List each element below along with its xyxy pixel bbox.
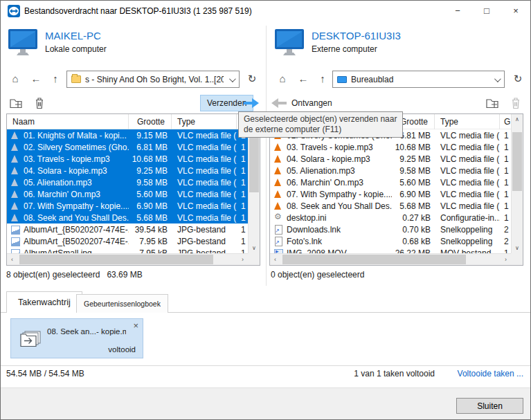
- file-row[interactable]: Downloads.lnk 0.70 kB Snelkoppeling 2: [270, 223, 511, 235]
- panel-divider: [266, 26, 267, 286]
- file-row[interactable]: 04. Solara - kopie.mp3 9.25 MB VLC media…: [270, 153, 511, 165]
- refresh-icon[interactable]: ↻: [510, 71, 525, 87]
- remote-computer-name: DESKTOP-61IU3I3: [312, 30, 401, 42]
- file-type: VLC media file (...: [172, 178, 237, 188]
- file-modified: 1: [237, 213, 248, 223]
- column-header-name[interactable]: Naam: [7, 114, 129, 129]
- file-type: VLC media file (...: [172, 131, 237, 140]
- column-header-type[interactable]: Type: [172, 114, 237, 129]
- file-size: 7.95 kB: [129, 237, 172, 246]
- file-modified: 2: [500, 225, 511, 235]
- vlc-file-icon: [10, 166, 21, 175]
- file-modified: 1: [500, 178, 511, 188]
- file-row[interactable]: Foto's.lnk 0.68 kB Snelkoppeling 2: [270, 235, 511, 247]
- close-window-button[interactable]: ×: [501, 1, 530, 21]
- file-size: 0.68 kB: [392, 237, 435, 246]
- file-type: VLC media file (...: [172, 166, 237, 176]
- local-computer-role: Lokale computer: [45, 44, 107, 54]
- file-row[interactable]: 04. Solara - kopie.mp3 9.25 MB VLC media…: [7, 165, 248, 176]
- jpg-file-icon: [10, 237, 21, 246]
- scroll-right-icon[interactable]: ›: [501, 254, 511, 265]
- scrollbar-thumb[interactable]: [19, 255, 213, 264]
- file-row[interactable]: 03. Travels - kopie.mp3 10.68 MB VLC med…: [7, 153, 248, 165]
- delete-icon[interactable]: [507, 95, 524, 111]
- chevron-down-icon: [494, 75, 501, 82]
- scrollbar-thumb[interactable]: [282, 255, 466, 264]
- file-type: VLC media file (...: [435, 154, 500, 164]
- file-row[interactable]: desktop.ini 0.27 kB Configuratie-in... 1: [270, 212, 511, 223]
- scroll-right-icon[interactable]: ›: [237, 254, 248, 265]
- scroll-left-icon[interactable]: ‹: [7, 254, 17, 265]
- tab-event-log[interactable]: Gebeurtenissenlogboek: [76, 294, 168, 313]
- file-row[interactable]: 02. Silvery Sometimes (Gho... 6.81 MB VL…: [7, 141, 248, 153]
- minimize-button[interactable]: −: [443, 1, 472, 21]
- home-icon[interactable]: ⌂: [275, 71, 290, 87]
- scroll-down-icon[interactable]: ∨: [249, 243, 260, 253]
- column-header-type[interactable]: Type: [435, 114, 500, 129]
- file-modified: 1: [500, 190, 511, 199]
- scroll-up-icon[interactable]: ∧: [512, 114, 523, 125]
- receive-button[interactable]: Ontvangen: [291, 95, 332, 111]
- maximize-button[interactable]: □: [472, 1, 501, 21]
- ini-file-icon: [273, 213, 284, 222]
- close-button[interactable]: Sluiten: [456, 398, 523, 414]
- file-type: VLC media file (...: [172, 201, 237, 211]
- horizontal-scrollbar[interactable]: ‹ ›: [7, 253, 248, 265]
- new-folder-icon[interactable]: [485, 95, 502, 111]
- file-row[interactable]: 01. Knights of Malta - kopi... 9.15 MB V…: [7, 129, 248, 141]
- local-path-dropdown[interactable]: s - Shiny And Oh So Bright, Vol. 1..[201…: [66, 71, 240, 88]
- file-row[interactable]: AlbumArtSmall.jpg 7.95 kB JPG-bestand 1: [7, 247, 248, 253]
- jpg-file-icon: [10, 248, 21, 253]
- file-row[interactable]: 06. Marchin' On.mp3 5.60 MB VLC media fi…: [270, 176, 511, 188]
- back-icon[interactable]: ←: [28, 71, 44, 87]
- file-row[interactable]: 08. Seek and You Shall Des... 5.68 MB VL…: [270, 200, 511, 212]
- vertical-scrollbar[interactable]: ∧ ∨: [511, 114, 523, 253]
- refresh-icon[interactable]: ↻: [244, 71, 260, 87]
- horizontal-scrollbar[interactable]: ‹ ›: [270, 253, 511, 265]
- up-icon[interactable]: ↑: [315, 71, 330, 87]
- file-row[interactable]: 05. Alienation.mp3 9.58 MB VLC media fil…: [270, 165, 511, 176]
- column-header-modified[interactable]: G: [500, 114, 511, 129]
- new-folder-icon[interactable]: [9, 95, 26, 111]
- file-name: AlbumArt_{B5020207-474E-...: [24, 225, 129, 235]
- vlc-file-icon: [10, 131, 21, 140]
- back-icon[interactable]: ←: [296, 71, 311, 87]
- up-icon[interactable]: ↑: [48, 71, 63, 87]
- file-row[interactable]: 07. With Sympathy - kopie.... 6.90 MB VL…: [270, 188, 511, 200]
- right-file-rows: 02. Silvery Sometimes (Gho... 6.81 MB VL…: [270, 129, 511, 253]
- file-row[interactable]: 03. Travels - kopie.mp3 10.68 MB VLC med…: [270, 141, 511, 153]
- tab-task-queue[interactable]: Takenwachtrij: [6, 291, 82, 313]
- column-header-size[interactable]: Grootte: [129, 114, 172, 129]
- file-row[interactable]: 06. Marchin' On.mp3 5.60 MB VLC media fi…: [7, 188, 248, 200]
- file-row[interactable]: AlbumArt_{B5020207-474E-... 7.95 kB JPG-…: [7, 235, 248, 247]
- file-row[interactable]: AlbumArt_{B5020207-474E-... 39.54 kB JPG…: [7, 223, 248, 235]
- file-row[interactable]: 07. With Sympathy - kopie.... 6.90 MB VL…: [7, 200, 248, 212]
- file-size: 6.90 MB: [392, 190, 435, 199]
- file-row[interactable]: 08. Seek and You Shall Des... 5.68 MB VL…: [7, 212, 248, 223]
- lnk-file-icon: [273, 237, 284, 246]
- file-modified: 1: [237, 201, 248, 211]
- file-modified: 1: [500, 131, 511, 140]
- transfer-folders-icon: [18, 329, 43, 348]
- file-type: MOV-bestand: [435, 248, 500, 254]
- delete-icon[interactable]: [31, 95, 48, 111]
- task-card[interactable]: 08. Seek an...- kopie.mp3 × voltooid: [10, 318, 143, 358]
- file-modified: 1: [237, 166, 248, 176]
- file-size: 0.70 kB: [392, 225, 435, 235]
- file-modified: 1: [500, 143, 511, 152]
- file-name: 03. Travels - kopie.mp3: [24, 154, 129, 164]
- scroll-down-icon[interactable]: ∨: [512, 243, 523, 253]
- scrollbar-thumb[interactable]: [512, 132, 522, 191]
- receive-arrow-icon[interactable]: [271, 98, 287, 108]
- vlc-file-icon: [273, 190, 284, 199]
- local-path-text: s - Shiny And Oh So Bright, Vol. 1..[201…: [85, 75, 224, 84]
- scroll-left-icon[interactable]: ‹: [270, 254, 280, 265]
- remote-path-dropdown[interactable]: Bureaublad: [332, 71, 505, 88]
- home-icon[interactable]: ⌂: [8, 71, 23, 87]
- task-close-icon[interactable]: ×: [133, 321, 138, 330]
- file-name: desktop.ini: [287, 213, 392, 223]
- completed-tasks-link[interactable]: Voltooide taken ...: [458, 369, 523, 378]
- file-type: VLC media file (...: [172, 143, 237, 152]
- file-row[interactable]: IMG_2098.MOV 26.22 MB MOV-bestand 1: [270, 247, 511, 253]
- file-row[interactable]: 05. Alienation.mp3 9.58 MB VLC media fil…: [7, 176, 248, 188]
